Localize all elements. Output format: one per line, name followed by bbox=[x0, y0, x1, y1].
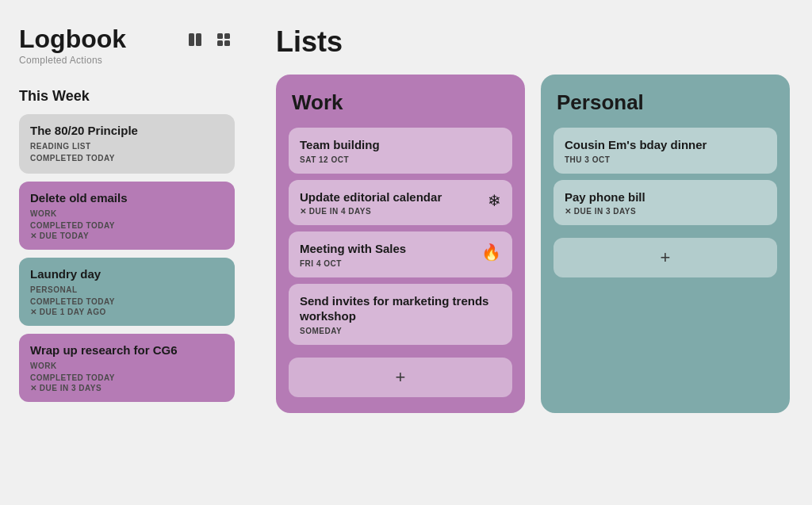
work-add-button[interactable]: + bbox=[289, 358, 512, 397]
list-item-content: Update editorial calendar ✕ DUE IN 4 DAY… bbox=[300, 189, 481, 216]
list-item-content: Meeting with Sales FRI 4 OCT bbox=[300, 241, 475, 268]
personal-add-button[interactable]: + bbox=[553, 238, 777, 277]
list-item[interactable]: Update editorial calendar ✕ DUE IN 4 DAY… bbox=[289, 180, 512, 226]
task-card[interactable]: Wrap up research for CG6WORKCOMPLETED TO… bbox=[19, 334, 235, 402]
lists-page-title: Lists bbox=[276, 25, 790, 59]
svg-rect-1 bbox=[196, 33, 201, 46]
svg-rect-3 bbox=[224, 33, 230, 39]
task-title: The 80/20 Principle bbox=[30, 124, 224, 137]
svg-rect-2 bbox=[217, 33, 223, 39]
list-item-content: Pay phone bill ✕ DUE IN 3 DAYS bbox=[565, 189, 766, 216]
flame-icon: 🔥 bbox=[481, 243, 501, 262]
list-item-meta: SAT 12 OCT bbox=[300, 155, 501, 164]
task-due: ✕ DUE TODAY bbox=[30, 231, 224, 240]
list-item[interactable]: Cousin Em's bday dinner THU 3 OCT bbox=[553, 128, 777, 174]
work-list-heading: Work bbox=[289, 90, 512, 115]
svg-rect-0 bbox=[189, 33, 194, 46]
list-item-meta: ✕ DUE IN 3 DAYS bbox=[565, 207, 766, 216]
svg-rect-5 bbox=[224, 40, 230, 46]
list-item-meta: THU 3 OCT bbox=[565, 155, 766, 164]
task-card[interactable]: Delete old emailsWORKCOMPLETED TODAY✕ DU… bbox=[19, 182, 235, 250]
list-item-content: Send invites for marketing trends worksh… bbox=[300, 293, 501, 335]
list-item[interactable]: Team building SAT 12 OCT bbox=[289, 128, 512, 174]
list-item[interactable]: Meeting with Sales FRI 4 OCT 🔥 bbox=[289, 231, 512, 277]
task-due: ✕ DUE 1 DAY AGO bbox=[30, 308, 224, 316]
list-item[interactable]: Send invites for marketing trends worksh… bbox=[289, 284, 512, 345]
list-item-title: Meeting with Sales bbox=[300, 241, 475, 257]
this-week-heading: This Week bbox=[19, 88, 235, 105]
book-view-icon[interactable] bbox=[184, 29, 206, 51]
task-list: The 80/20 PrincipleREADING LISTCOMPLETED… bbox=[19, 114, 235, 402]
task-category: READING LIST bbox=[30, 140, 224, 152]
grid-view-icon[interactable] bbox=[213, 29, 235, 51]
svg-rect-4 bbox=[217, 40, 223, 46]
task-title: Delete old emails bbox=[30, 191, 224, 205]
list-item-content: Cousin Em's bday dinner THU 3 OCT bbox=[565, 137, 766, 164]
task-due: ✕ DUE IN 3 DAYS bbox=[30, 384, 224, 392]
list-item-meta: ✕ DUE IN 4 DAYS bbox=[300, 207, 481, 216]
task-title: Laundry day bbox=[30, 267, 224, 281]
task-card[interactable]: The 80/20 PrincipleREADING LISTCOMPLETED… bbox=[19, 114, 235, 174]
work-items: Team building SAT 12 OCT Update editoria… bbox=[289, 128, 512, 351]
list-item-content: Team building SAT 12 OCT bbox=[300, 137, 501, 164]
task-category: WORK bbox=[30, 360, 224, 372]
list-item-meta: SOMEDAY bbox=[300, 327, 501, 335]
task-status: COMPLETED TODAY bbox=[30, 152, 224, 164]
list-item[interactable]: Pay phone bill ✕ DUE IN 3 DAYS bbox=[553, 180, 777, 226]
app-title: Logbook bbox=[19, 25, 126, 53]
list-item-title: Cousin Em's bday dinner bbox=[565, 137, 766, 153]
task-status: COMPLETED TODAY bbox=[30, 220, 224, 231]
list-item-meta: FRI 4 OCT bbox=[300, 259, 475, 268]
personal-list-column: Personal Cousin Em's bday dinner THU 3 O… bbox=[541, 75, 790, 413]
task-status: COMPLETED TODAY bbox=[30, 296, 224, 308]
lists-container: Work Team building SAT 12 OCT Update edi… bbox=[276, 75, 790, 413]
list-item-title: Update editorial calendar bbox=[300, 189, 481, 205]
list-item-title: Team building bbox=[300, 137, 501, 153]
list-item-title: Send invites for marketing trends worksh… bbox=[300, 293, 501, 324]
snowflake-icon: ❄ bbox=[488, 191, 501, 210]
task-card[interactable]: Laundry dayPERSONALCOMPLETED TODAY✕ DUE … bbox=[19, 258, 235, 326]
app-subtitle: Completed Actions bbox=[19, 55, 126, 66]
task-title: Wrap up research for CG6 bbox=[30, 343, 224, 357]
left-panel: Logbook Completed Actions This Week T bbox=[0, 0, 254, 505]
personal-list-heading: Personal bbox=[553, 90, 777, 115]
view-toggle bbox=[184, 29, 235, 51]
task-category: WORK bbox=[30, 208, 224, 220]
work-list-column: Work Team building SAT 12 OCT Update edi… bbox=[276, 75, 525, 413]
right-panel: Lists Work Team building SAT 12 OCT Upda… bbox=[254, 0, 812, 505]
personal-items: Cousin Em's bday dinner THU 3 OCT Pay ph… bbox=[553, 128, 777, 231]
list-item-title: Pay phone bill bbox=[565, 189, 766, 205]
task-category: PERSONAL bbox=[30, 284, 224, 296]
task-status: COMPLETED TODAY bbox=[30, 372, 224, 384]
